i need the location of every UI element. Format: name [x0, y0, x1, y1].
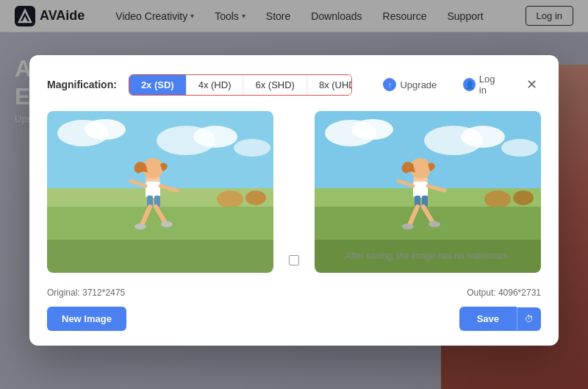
upgrade-icon: ↑: [383, 78, 396, 91]
svg-point-24: [161, 221, 173, 227]
modal-login-button[interactable]: 👤 Log in: [456, 70, 510, 99]
mag-6x-button[interactable]: 6x (SHD): [243, 75, 306, 95]
original-image-panel: [47, 111, 273, 273]
upgrade-label: Upgrade: [400, 79, 437, 90]
svg-point-32: [484, 190, 511, 208]
modal-header: Magnification: 2x (SD) 4x (HD) 6x (SHD) …: [47, 70, 541, 99]
svg-point-8: [234, 139, 270, 157]
compare-divider: [285, 255, 303, 273]
compare-icon: [289, 255, 299, 265]
close-button[interactable]: ✕: [522, 74, 541, 95]
svg-point-30: [501, 139, 538, 157]
save-button-group: Save ⏱: [459, 307, 541, 331]
upscaled-image: [315, 111, 541, 273]
modal-footer: Original: 3712*2475 Output: 4096*2731: [47, 282, 541, 298]
magnification-label: Magnification:: [47, 79, 117, 90]
svg-point-33: [513, 190, 534, 205]
images-comparison-row: After saving, the image has no watermark…: [47, 111, 541, 273]
watermark-notice: After saving, the image has no watermark…: [345, 251, 511, 261]
upscale-modal: Magnification: 2x (SD) 4x (HD) 6x (SHD) …: [29, 55, 559, 346]
upgrade-button[interactable]: ↑ Upgrade: [376, 74, 444, 95]
svg-rect-16: [146, 182, 160, 198]
output-dimensions-label: Output: 4096*2731: [467, 288, 541, 298]
svg-point-27: [352, 119, 393, 140]
svg-point-11: [245, 190, 266, 205]
save-dropdown-button[interactable]: ⏱: [517, 307, 541, 331]
modal-buttons-row: New Image Save ⏱: [47, 307, 541, 331]
original-image: [47, 111, 273, 273]
mag-2x-button[interactable]: 2x (SD): [129, 75, 187, 95]
save-button[interactable]: Save: [459, 307, 517, 331]
mag-4x-button[interactable]: 4x (HD): [187, 75, 244, 95]
upscaled-image-panel: After saving, the image has no watermark…: [315, 111, 541, 273]
new-image-button[interactable]: New Image: [47, 307, 126, 331]
svg-rect-38: [413, 182, 428, 198]
modal-login-label: Log in: [479, 74, 503, 96]
svg-point-5: [85, 119, 126, 140]
svg-point-10: [217, 190, 243, 208]
svg-point-45: [402, 224, 414, 229]
magnification-buttons: 2x (SD) 4x (HD) 6x (SHD) 8x (UHD): [129, 74, 353, 96]
mag-8x-button[interactable]: 8x (UHD): [307, 75, 353, 95]
original-dimensions-label: Original: 3712*2475: [47, 288, 125, 298]
clock-icon: ⏱: [525, 314, 534, 324]
svg-rect-13: [47, 240, 273, 273]
user-icon: 👤: [463, 78, 475, 91]
svg-point-29: [461, 126, 505, 148]
svg-point-7: [193, 126, 237, 148]
svg-point-46: [429, 221, 440, 227]
svg-point-23: [135, 224, 146, 229]
